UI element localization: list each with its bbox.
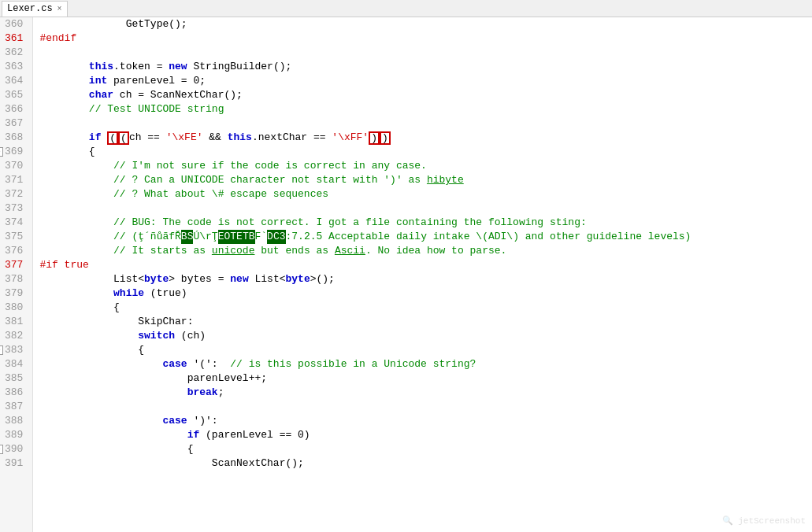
code-line-383: { <box>39 343 812 357</box>
ln-380: 380 <box>5 301 28 315</box>
code-line-385: parenLevel++; <box>39 371 812 386</box>
ln-385: 385 <box>5 371 28 386</box>
highlight-paren-open2: ( <box>118 131 129 145</box>
ln-364: 364 <box>5 74 28 88</box>
ln-363: 363 <box>5 60 28 74</box>
ln-366: 366 <box>5 102 28 116</box>
ln-360: 360 <box>5 17 28 31</box>
code-line-360: GetType(); <box>39 17 812 31</box>
code-line-384: case '(': // is this possible in a Unico… <box>39 357 812 371</box>
ln-389: 389 <box>5 428 28 442</box>
ln-369[interactable]: − 369 <box>5 145 28 159</box>
code-line-386: break; <box>39 386 812 400</box>
tab-close-icon[interactable]: × <box>57 5 62 13</box>
ln-378: 378 <box>5 272 28 286</box>
code-line-382: switch (ch) <box>39 329 812 343</box>
line-numbers: 360 361 362 363 364 365 366 367 368 − 36… <box>0 17 33 532</box>
ln-373: 373 <box>5 201 28 216</box>
code-line-387 <box>39 400 812 414</box>
ln-381: 381 <box>5 315 28 329</box>
fold-icon-383[interactable]: − <box>0 345 3 355</box>
code-line-379: while (true) <box>39 286 812 301</box>
ln-374: 374 <box>5 216 28 230</box>
ln-387: 387 <box>5 400 28 414</box>
ln-368: 368 <box>5 131 28 145</box>
code-line-391: ScanNextChar(); <box>39 456 812 471</box>
code-line-377: #if true <box>39 258 812 272</box>
ln-362: 362 <box>5 46 28 60</box>
ln-372: 372 <box>5 187 28 201</box>
ln-386: 386 <box>5 386 28 400</box>
code-line-369: { <box>39 145 812 159</box>
code-line-363: this.token = new StringBuilder(); <box>39 60 812 74</box>
tab-bar: Lexer.cs × <box>0 0 812 17</box>
code-line-372: // ? What about \# escape sequences <box>39 187 812 201</box>
ln-379: 379 <box>5 286 28 301</box>
code-line-376: // It starts as unicode but ends as Asci… <box>39 244 812 258</box>
highlight-paren-close2: ) <box>380 131 391 145</box>
code-line-378: List<byte> bytes = new List<byte>(); <box>39 272 812 286</box>
watermark: 🔍 jetScreenshot <box>722 515 806 526</box>
code-line-390: { <box>39 442 812 456</box>
code-line-389: if (parenLevel == 0) <box>39 428 812 442</box>
code-line-368: if ( ( ch == '\xFE' && this.nextChar == … <box>39 131 812 145</box>
ln-391: 391 <box>5 456 28 471</box>
fold-icon-369[interactable]: − <box>0 147 3 157</box>
ln-383[interactable]: − 383 <box>5 343 28 357</box>
code-line-375: // (ţ´ñůãfŘBSÚ\rŢEOTETBF`DC3:7.2.5 Accep… <box>39 230 812 244</box>
ln-390[interactable]: − 390 <box>5 442 28 456</box>
fold-icon-390[interactable]: − <box>0 445 3 454</box>
highlight-paren-open: ( <box>107 131 118 145</box>
code-line-371: // ? Can a UNICODE character not start w… <box>39 173 812 187</box>
ln-377: 377 <box>5 258 28 272</box>
ln-376: 376 <box>5 244 28 258</box>
code-line-380: { <box>39 301 812 315</box>
ln-365: 365 <box>5 88 28 102</box>
code-line-374: // BUG: The code is not correct. I got a… <box>39 216 812 230</box>
code-line-362 <box>39 46 812 60</box>
code-line-381: SkipChar: <box>39 315 812 329</box>
ln-375: 375 <box>5 230 28 244</box>
ln-370: 370 <box>5 159 28 173</box>
code-line-366: // Test UNICODE string <box>39 102 812 116</box>
tab-label: Lexer.cs <box>7 3 53 14</box>
code-line-373 <box>39 201 812 216</box>
ln-384: 384 <box>5 357 28 371</box>
code-line-361: #endif <box>39 31 812 46</box>
code-line-365: char ch = ScanNextChar(); <box>39 88 812 102</box>
ln-361: 361 <box>5 31 28 46</box>
highlight-paren-close: ) <box>369 131 380 145</box>
tab-lexer[interactable]: Lexer.cs × <box>2 1 68 17</box>
code-area: GetType(); #endif this.token = new Strin… <box>33 17 812 532</box>
ln-367: 367 <box>5 116 28 131</box>
ln-382: 382 <box>5 329 28 343</box>
code-line-367 <box>39 116 812 131</box>
editor-container: 360 361 362 363 364 365 366 367 368 − 36… <box>0 17 812 532</box>
ln-388: 388 <box>5 414 28 428</box>
code-line-370: // I'm not sure if the code is correct i… <box>39 159 812 173</box>
code-line-388: case ')': <box>39 414 812 428</box>
code-line-364: int parenLevel = 0; <box>39 74 812 88</box>
ln-371: 371 <box>5 173 28 187</box>
